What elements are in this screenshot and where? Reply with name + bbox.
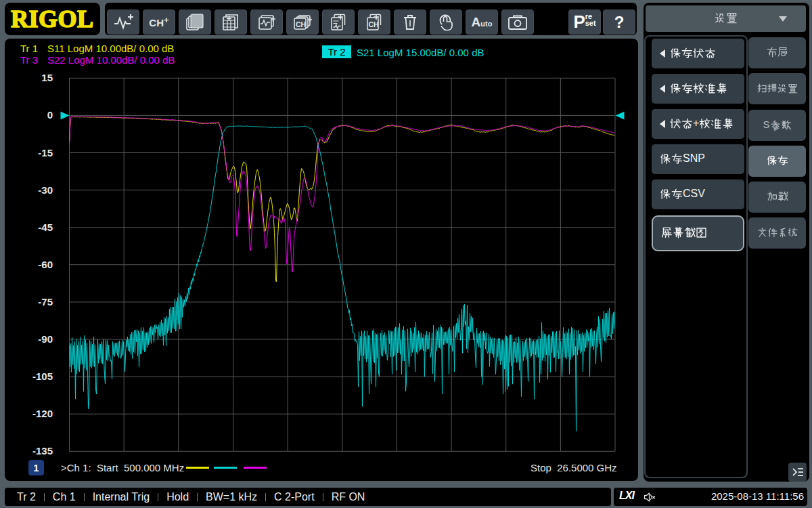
svg-text:-75: -75 xyxy=(38,296,53,308)
svg-text:CH: CH xyxy=(296,20,306,28)
svg-text:-90: -90 xyxy=(38,333,53,345)
svg-text:-15: -15 xyxy=(38,147,53,158)
svg-text:0: 0 xyxy=(47,109,53,121)
svg-text:-30: -30 xyxy=(38,184,53,196)
svg-text:CH: CH xyxy=(369,20,379,28)
svg-text:15: 15 xyxy=(41,72,53,83)
svg-text:-135: -135 xyxy=(32,445,53,457)
svg-text:-45: -45 xyxy=(38,221,53,233)
svg-text:-105: -105 xyxy=(32,371,53,382)
svg-text:-60: -60 xyxy=(38,259,53,270)
svg-text:-120: -120 xyxy=(32,408,53,419)
